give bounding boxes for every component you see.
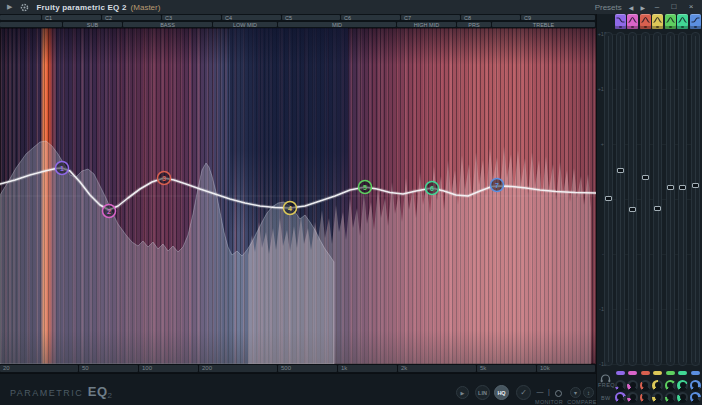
monitor-right-icon[interactable]: | bbox=[545, 388, 553, 396]
eq-curve-overlay: 1234567 bbox=[0, 28, 596, 364]
band-7-enable-dash[interactable] bbox=[691, 371, 700, 375]
brand-sub: 2 bbox=[108, 391, 112, 400]
band-7-freq-knob[interactable] bbox=[690, 380, 701, 391]
band-2-freq-knob[interactable] bbox=[627, 380, 638, 391]
main-level-slider-handle[interactable] bbox=[605, 196, 612, 201]
svg-text:4: 4 bbox=[288, 205, 292, 212]
titlebar: ▶ Fruity parametric EQ 2 (Master) Preset… bbox=[0, 0, 702, 15]
monitor-left-icon[interactable]: — bbox=[536, 388, 544, 396]
octave-cell-C9: C9 bbox=[521, 15, 595, 20]
range-cell-TREBLE: TREBLE bbox=[492, 22, 595, 27]
auto-gain-button[interactable]: ✓ bbox=[516, 385, 531, 400]
band-1-freq-knob[interactable] bbox=[615, 380, 626, 391]
band-4-marker[interactable]: 4 bbox=[284, 202, 297, 215]
band-2-gain-slider-track[interactable] bbox=[628, 32, 637, 366]
band-5-freq-knob-core bbox=[667, 382, 673, 388]
band-3-freq-knob[interactable] bbox=[640, 380, 651, 391]
band-4-bw-knob[interactable] bbox=[652, 392, 663, 403]
compare-a-button[interactable]: ▾ bbox=[570, 387, 581, 398]
band-3-gain-slider-handle[interactable] bbox=[642, 175, 649, 180]
band-1-type-button[interactable] bbox=[615, 14, 626, 29]
band-7-marker[interactable]: 7 bbox=[491, 179, 504, 192]
compare-label: COMPARE bbox=[560, 399, 604, 405]
lin-label: LIN bbox=[478, 390, 487, 396]
band-3-enable-dash[interactable] bbox=[641, 371, 650, 375]
band-3-gain-slider-track[interactable] bbox=[641, 32, 650, 366]
range-cell-blank bbox=[0, 22, 62, 27]
band-2-notch bbox=[631, 26, 634, 28]
band-5-gain-slider-track[interactable] bbox=[666, 32, 675, 366]
band-4-enable-dash[interactable] bbox=[653, 371, 662, 375]
band-2-type-button[interactable] bbox=[627, 14, 638, 29]
band-7-type-button[interactable] bbox=[690, 14, 701, 29]
analyzer-menu-button[interactable]: ▶ bbox=[456, 386, 469, 399]
monitor-midside-icon[interactable] bbox=[555, 390, 562, 397]
linear-phase-button[interactable]: LIN bbox=[475, 385, 490, 400]
band-6-bw-knob-core bbox=[680, 394, 686, 400]
band-4-notch bbox=[656, 26, 659, 28]
bottom-bar: PARAMETRIC EQ2 ▶ LIN HQ ✓ — | MONITOR ▾ … bbox=[0, 373, 596, 405]
band-7-bw-knob[interactable] bbox=[690, 392, 701, 403]
band-7-gain-slider-track[interactable] bbox=[691, 32, 700, 366]
minimize-button[interactable]: – bbox=[652, 2, 662, 12]
band-5-peak-icon bbox=[666, 16, 675, 24]
band-3-type-button[interactable] bbox=[640, 14, 651, 29]
band-2-marker[interactable]: 2 bbox=[103, 205, 116, 218]
band-1-gain-slider-track[interactable] bbox=[616, 32, 625, 366]
band-7-freq-knob-core bbox=[692, 382, 698, 388]
band-3-marker[interactable]: 3 bbox=[158, 172, 171, 185]
band-4-freq-knob[interactable] bbox=[652, 380, 663, 391]
band-7-gain-slider-handle[interactable] bbox=[692, 183, 699, 188]
band-5-marker[interactable]: 5 bbox=[359, 181, 372, 194]
band-6-type-button[interactable] bbox=[677, 14, 688, 29]
band-1-gain-slider-handle[interactable] bbox=[617, 168, 624, 173]
band-7-notch bbox=[694, 26, 697, 28]
band-6-freq-knob[interactable] bbox=[677, 380, 688, 391]
band-5-enable-dash[interactable] bbox=[666, 371, 675, 375]
band-6-bw-knob[interactable] bbox=[677, 392, 688, 403]
band-1-low-shelf-icon bbox=[616, 16, 625, 24]
range-cell-BASS: BASS bbox=[123, 22, 212, 27]
band-4-bw-knob-core bbox=[655, 394, 661, 400]
band-4-freq-knob-core bbox=[655, 382, 661, 388]
band-5-type-button[interactable] bbox=[665, 14, 676, 29]
check-icon: ✓ bbox=[520, 388, 527, 397]
band-5-freq-knob[interactable] bbox=[665, 380, 676, 391]
close-button[interactable]: × bbox=[686, 2, 696, 12]
band-1-enable-dash[interactable] bbox=[616, 371, 625, 375]
frequency-range-strip: SUBBASSLOW MIDMIDHIGH MIDPRSTREBLE bbox=[0, 21, 596, 28]
band-5-gain-slider-handle[interactable] bbox=[667, 185, 674, 190]
range-cell-SUB: SUB bbox=[63, 22, 122, 27]
octave-cell-C5: C5 bbox=[282, 15, 340, 20]
band-1-marker[interactable]: 1 bbox=[56, 162, 69, 175]
svg-text:3: 3 bbox=[162, 175, 166, 182]
band-6-marker[interactable]: 6 bbox=[426, 182, 439, 195]
svg-text:5: 5 bbox=[363, 184, 367, 191]
band-6-gain-slider-track[interactable] bbox=[678, 32, 687, 366]
band-6-enable-dash[interactable] bbox=[678, 371, 687, 375]
gear-icon[interactable] bbox=[20, 3, 29, 12]
compare-b-button[interactable]: ↕ bbox=[583, 387, 594, 398]
band-5-bw-knob[interactable] bbox=[665, 392, 676, 403]
brand-word: PARAMETRIC bbox=[10, 388, 83, 398]
maximize-button[interactable]: □ bbox=[669, 2, 679, 12]
freq-tick-200: 200 bbox=[199, 365, 277, 372]
band-2-bw-knob[interactable] bbox=[627, 392, 638, 403]
band-4-gain-slider-track[interactable] bbox=[653, 32, 662, 366]
band-4-gain-slider-handle[interactable] bbox=[654, 206, 661, 211]
high-quality-button[interactable]: HQ bbox=[494, 385, 509, 400]
band-5-notch bbox=[669, 26, 672, 28]
octave-strip: C1C2C3C4C5C6C7C8C9 bbox=[0, 14, 596, 21]
preset-prev-button[interactable]: ◀ bbox=[629, 4, 634, 11]
band-2-enable-dash[interactable] bbox=[628, 371, 637, 375]
band-6-gain-slider-handle[interactable] bbox=[679, 185, 686, 190]
band-4-type-button[interactable] bbox=[652, 14, 663, 29]
collapse-arrow-icon[interactable]: ▶ bbox=[7, 3, 12, 11]
band-1-bw-knob[interactable] bbox=[615, 392, 626, 403]
preset-next-button[interactable]: ▶ bbox=[640, 4, 645, 11]
octave-cell-C6: C6 bbox=[341, 15, 400, 20]
band-3-bw-knob[interactable] bbox=[640, 392, 651, 403]
band-2-gain-slider-handle[interactable] bbox=[629, 207, 636, 212]
freq-tick-500: 500 bbox=[278, 365, 337, 372]
presets-label: Presets bbox=[595, 3, 622, 12]
